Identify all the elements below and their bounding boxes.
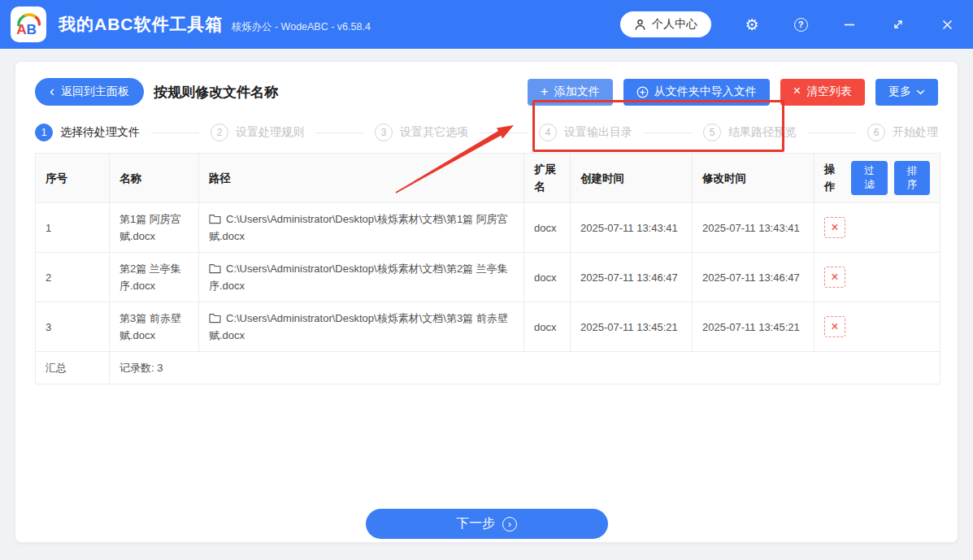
cell-modified: 2025-07-11 13:43:41 [693,203,814,253]
step-number: 3 [375,124,393,141]
toolbar: ‹ 返回到主面板 按规则修改文件名称 + 添加文件 [35,78,938,106]
table-row: 3 第3篇 前赤壁赋.docx C:\Users\Administrator\D… [36,302,940,352]
cell-ext: docx [524,253,571,302]
close-button[interactable] [939,15,955,33]
more-label: 更多 [888,85,911,99]
cell-created: 2025-07-11 13:45:21 [571,302,693,352]
step-label: 设置输出目录 [564,125,632,140]
cell-path: C:\Users\Administrator\Desktop\核烁素材\文档\第… [199,253,524,302]
settings-button[interactable]: ⚙ [744,15,760,33]
maximize-icon [892,18,905,31]
step-item[interactable]: 5 结果路径预览 [703,124,797,141]
chevron-down-icon [916,89,925,95]
delete-x-icon: × [831,221,838,234]
app-subtitle: 核烁办公 - WodeABC - v6.58.4 [232,15,371,34]
folder-icon [209,313,221,323]
summary-value: 记录数: 3 [110,352,940,384]
step-label: 设置其它选项 [400,125,468,140]
titlebar: A B 我的ABC软件工具箱 核烁办公 - WodeABC - v6.58.4 … [0,0,973,49]
x-icon: × [793,85,801,99]
header-path: 路径 [199,154,524,203]
close-icon [941,19,953,31]
step-item[interactable]: 3 设置其它选项 [375,124,468,141]
more-button[interactable]: 更多 [875,79,938,106]
step-number: 5 [703,124,721,141]
app-logo-icon: A B [11,7,46,42]
step-item[interactable]: 6 开始处理 [867,124,938,141]
back-button-label: 返回到主面板 [61,85,129,99]
next-step-label: 下一步 [456,515,495,532]
delete-row-button[interactable]: × [824,316,845,337]
chevron-left-icon: ‹ [50,84,54,100]
cell-actions: × [814,302,940,352]
delete-row-button[interactable]: × [824,217,845,238]
step-connector [315,132,363,133]
cell-created: 2025-07-11 13:46:47 [571,253,693,302]
cell-actions: × [814,203,940,253]
cell-modified: 2025-07-11 13:46:47 [693,253,814,302]
folder-icon [209,214,221,224]
minimize-icon [843,18,856,31]
table-row: 2 第2篇 兰亭集序.docx C:\Users\Administrator\D… [36,253,940,302]
cell-ext: docx [524,203,571,253]
cell-name: 第3篇 前赤壁赋.docx [110,302,199,352]
delete-row-button[interactable]: × [824,267,845,288]
step-item[interactable]: 4 设置输出目录 [539,124,632,141]
step-connector [808,132,856,133]
clear-list-button[interactable]: × 清空列表 [780,79,865,106]
header-created: 创建时间 [571,154,693,203]
cell-modified: 2025-07-11 13:45:21 [693,302,814,352]
back-to-dashboard-button[interactable]: ‹ 返回到主面板 [35,78,144,106]
header-ext: 扩展名 [524,154,571,203]
cell-index: 2 [36,253,110,302]
main-panel: ‹ 返回到主面板 按规则修改文件名称 + 添加文件 [15,61,958,543]
step-number: 6 [867,124,885,141]
help-icon: ? [794,18,808,32]
add-files-label: 添加文件 [554,85,600,99]
table-row: 1 第1篇 阿房宫赋.docx C:\Users\Administrator\D… [36,203,940,253]
cell-path: C:\Users\Administrator\Desktop\核烁素材\文档\第… [199,302,524,352]
cell-name: 第1篇 阿房宫赋.docx [110,203,199,253]
user-center-button[interactable]: 个人中心 [620,11,711,37]
step-indicator: 1 选择待处理文件 2 设置处理规则 3 设置其它选项 4 设置输出目录 5 结… [35,124,938,141]
cell-ext: docx [524,302,571,352]
user-center-label: 个人中心 [652,17,697,32]
step-connector [480,132,528,133]
minimize-button[interactable] [841,15,858,33]
help-button[interactable]: ? [793,15,809,33]
sort-button[interactable]: 排序 [894,161,930,195]
step-item[interactable]: 1 选择待处理文件 [35,124,140,141]
summary-label: 汇总 [36,352,110,384]
header-modified: 修改时间 [693,154,814,203]
plus-icon: + [541,85,549,100]
delete-x-icon: × [831,271,838,284]
app-title: 我的ABC软件工具箱 [59,13,224,36]
person-icon [634,19,646,31]
step-item[interactable]: 2 设置处理规则 [211,124,304,141]
cell-created: 2025-07-11 13:43:41 [571,203,693,253]
cell-index: 3 [36,302,110,352]
filter-button[interactable]: 过滤 [851,161,887,195]
add-files-button[interactable]: + 添加文件 [528,79,613,106]
clear-list-label: 清空列表 [806,85,852,99]
step-number: 2 [211,124,228,141]
cell-index: 1 [36,203,110,253]
svg-text:A: A [16,21,27,37]
maximize-button[interactable] [890,15,906,33]
header-name: 名称 [110,154,199,203]
circle-plus-icon [636,86,649,98]
step-label: 设置处理规则 [236,125,304,140]
content-area: ‹ 返回到主面板 按规则修改文件名称 + 添加文件 [0,49,973,560]
header-actions: 操作 [824,161,845,195]
step-number: 1 [35,124,53,141]
circle-arrow-right-icon: › [502,517,517,532]
next-step-button[interactable]: 下一步 › [366,509,608,539]
cell-actions: × [814,253,940,302]
app-window: A B 我的ABC软件工具箱 核烁办公 - WodeABC - v6.58.4 … [0,0,973,560]
import-from-folder-label: 从文件夹中导入文件 [654,85,757,99]
step-label: 选择待处理文件 [60,125,140,140]
import-from-folder-button[interactable]: 从文件夹中导入文件 [623,79,770,106]
step-number: 4 [539,124,557,141]
page-title: 按规则修改文件名称 [154,83,278,102]
cell-name: 第2篇 兰亭集序.docx [110,253,199,302]
